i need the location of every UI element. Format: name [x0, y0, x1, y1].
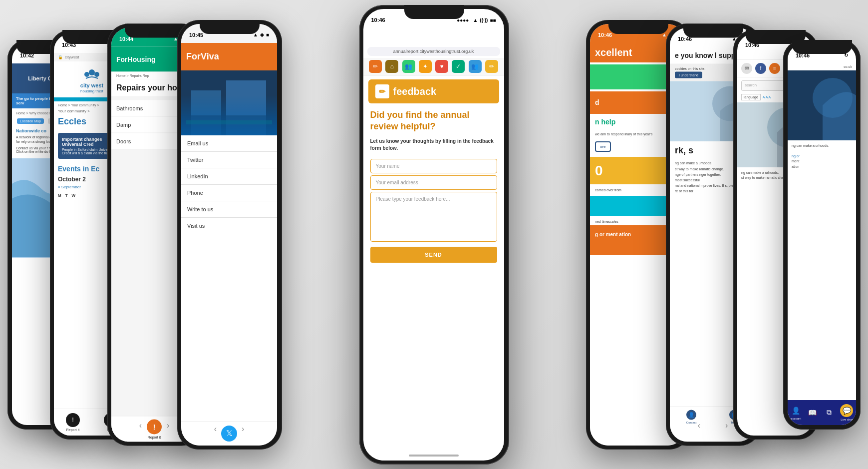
feedback-url[interactable]: annualreport.citywesthousingtrust.org.uk — [367, 47, 500, 56]
feedback-name-input[interactable]: Your name — [370, 159, 497, 173]
time-5: 10:46 — [371, 17, 385, 23]
phone-5-center: 10:46 ●●●●▲((·))■■ annualreport.citywest… — [359, 5, 509, 465]
ex-number: 0 — [595, 163, 603, 179]
kn-understand-btn[interactable]: I understand — [675, 71, 702, 78]
fv-arrow-right[interactable]: › — [242, 425, 244, 434]
feedback-message-input[interactable]: Please type your feedback here... — [370, 192, 497, 242]
lc-book[interactable]: 📖 — [807, 407, 818, 418]
lc-footer: 👤 account 📖 ⧉ 💬 Live chat — [788, 400, 856, 425]
fv-header: ForViva — [181, 43, 277, 70]
phone-4: 10:45 ▲◈■ ForViva — [177, 20, 282, 450]
menu-icon[interactable]: ≡ — [769, 63, 780, 74]
ex-report-text: g or ment ation — [595, 232, 631, 237]
feedback-header-banner: ✏ feedback — [368, 79, 499, 103]
fv-phone[interactable]: Phone — [181, 185, 277, 201]
fv-email[interactable]: Email us — [181, 135, 277, 152]
svg-point-3 — [94, 72, 99, 77]
fh-arrow-left[interactable]: ‹ — [139, 421, 142, 430]
lc-body: ng can make a urhoods. ng or ment ation — [788, 140, 856, 173]
phone-9: 10:46 ↻ co.uk ng can make a urhoods. ng … — [783, 40, 861, 430]
nav-icon-check: ✓ — [452, 60, 465, 73]
feedback-question: Did you find the annual review helpful? — [363, 103, 504, 135]
nav-icon-star: ✦ — [419, 60, 432, 73]
svg-point-2 — [84, 72, 89, 77]
lc-account[interactable]: 👤 account — [791, 405, 802, 420]
lc-livechat[interactable]: 💬 Live chat — [840, 404, 853, 421]
book-icon: 📖 — [807, 407, 818, 418]
time-6: 10:46 — [598, 32, 612, 38]
livechat-icon: 💬 — [840, 404, 853, 417]
fv-arrow-left[interactable]: ‹ — [214, 425, 217, 434]
report-icon: ! — [66, 413, 80, 427]
nav-icon-edit: ✏ — [369, 60, 382, 73]
nav-icon-home: ⌂ — [385, 60, 398, 73]
feedback-nav-icons: ✏ ⌂ 👥 ✦ ♥ ✓ 👥 ✏ — [363, 58, 504, 75]
fv-linkedin[interactable]: LinkedIn — [181, 168, 277, 185]
ex-more-btn[interactable]: ore — [595, 141, 611, 152]
phones-showcase: 10:42 ▲WiFi■ Liberty Group The go to peo… — [0, 0, 868, 469]
feedback-title: feedback — [393, 86, 437, 97]
fh-brand: ForHousing — [116, 55, 156, 63]
lc-image — [788, 70, 856, 140]
kn-contact-icon: 👤 — [686, 410, 696, 420]
facebook-icon[interactable]: f — [755, 63, 766, 74]
time-4: 10:45 — [189, 32, 203, 38]
kn-arrow-right[interactable]: › — [725, 421, 728, 430]
fv-brand: ForViva — [186, 51, 219, 62]
nav-icon-people: 👥 — [402, 60, 415, 73]
location-map-btn[interactable]: Location Map — [17, 118, 44, 124]
svg-point-1 — [89, 69, 95, 75]
pages-icon: ⧉ — [824, 407, 835, 418]
lc-pages[interactable]: ⧉ — [824, 407, 835, 418]
nav-icon-heart: ♥ — [435, 60, 448, 73]
fv-building-image — [181, 70, 277, 135]
cw-report-btn[interactable]: ! Report it — [66, 413, 80, 432]
font-size-controls[interactable]: A A A — [763, 95, 771, 99]
account-icon: 👤 — [791, 405, 802, 416]
feedback-edit-icon: ✏ — [375, 84, 389, 98]
feedback-subtext: Let us know your thoughts by filling in … — [363, 135, 504, 157]
home-indicator — [409, 455, 459, 457]
language-select[interactable]: language — [741, 94, 761, 100]
fv-contact-list: Email us Twitter LinkedIn Phone Write to… — [181, 135, 277, 234]
citywest-name: city west — [80, 82, 103, 89]
feedback-send-button[interactable]: SEND — [370, 247, 497, 263]
nav-icon-group: 👥 — [469, 60, 482, 73]
fh-arrow-right[interactable]: › — [167, 421, 169, 430]
fv-visit[interactable]: Visit us — [181, 218, 277, 234]
kn-arrow-left[interactable]: ‹ — [698, 421, 700, 430]
fv-nav-arrows: ‹ › — [181, 425, 277, 434]
nav-icon-pen: ✏ — [485, 60, 498, 73]
citywest-sub: housing trust — [80, 89, 103, 93]
lc-url: co.uk — [788, 63, 856, 70]
sr-icon-group: ✉ f ≡ — [741, 63, 780, 74]
mail-icon[interactable]: ✉ — [741, 63, 752, 74]
feedback-email-input[interactable]: Your email address — [370, 175, 497, 190]
fv-write[interactable]: Write to us — [181, 201, 277, 218]
fv-twitter[interactable]: Twitter — [181, 152, 277, 168]
